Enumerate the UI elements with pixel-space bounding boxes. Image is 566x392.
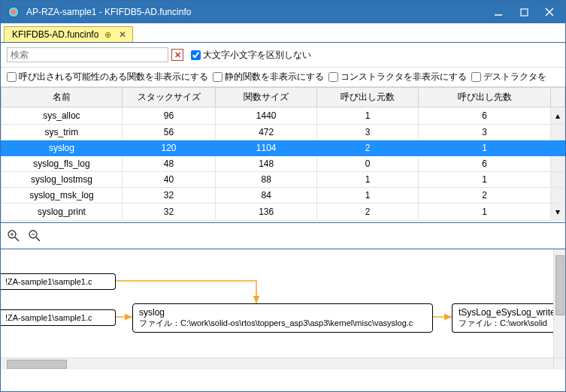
hide-destructors-checkbox[interactable]: デストラクタを xyxy=(471,71,546,83)
cell-funcsize: 1440 xyxy=(216,107,317,125)
tab-strip: KFIFDB5-AD.funcinfo ⊕ ✕ xyxy=(1,23,565,43)
table-row[interactable]: syslog_lostmsg408811 xyxy=(2,172,565,188)
cell-name: sys_trim xyxy=(2,125,123,140)
svg-point-1 xyxy=(11,10,16,14)
search-input[interactable] xyxy=(7,47,168,62)
cell-stack: 96 xyxy=(122,107,215,125)
pin-icon[interactable]: ⊕ xyxy=(104,30,111,40)
cell-callees: 3 xyxy=(418,125,550,140)
col-callees[interactable]: 呼び出し先数 xyxy=(418,88,550,107)
hide-static-checkbox[interactable]: 静的関数を非表示にする xyxy=(213,71,324,83)
app-icon xyxy=(7,5,20,19)
cell-callers: 3 xyxy=(317,125,419,140)
table-row[interactable]: syslog120110421 xyxy=(2,140,565,156)
cell-name: syslog_print xyxy=(2,204,123,221)
titlebar: AP-RZA-sample1 - KFIFDB5-AD.funcinfo xyxy=(1,1,565,23)
call-graph[interactable]: !ZA-sample1\sample1.c !ZA-sample1\sample… xyxy=(1,249,565,369)
col-callers[interactable]: 呼び出し元数 xyxy=(317,88,419,107)
table-row[interactable]: syslog_fls_log4814806 xyxy=(2,156,565,172)
cell-callees: 6 xyxy=(418,156,550,172)
tab-close-icon[interactable]: ✕ xyxy=(117,29,128,40)
hide-possible-callees-checkbox[interactable]: 呼び出される可能性のある関数を非表示にする xyxy=(7,71,208,83)
hide-constructors-checkbox[interactable]: コンストラクタを非表示にする xyxy=(328,71,467,83)
cell-name: syslog_msk_log xyxy=(2,188,123,204)
scroll-track-cell xyxy=(551,125,565,140)
scroll-corner xyxy=(553,357,565,369)
tab-funcinfo[interactable]: KFIFDB5-AD.funcinfo ⊕ ✕ xyxy=(4,26,133,42)
cell-callers: 1 xyxy=(317,172,419,188)
table-row[interactable]: syslog_print3213621▾ xyxy=(2,204,565,221)
cell-callees: 1 xyxy=(418,204,550,221)
scroll-track-cell xyxy=(551,156,565,172)
scroll-track-cell xyxy=(551,140,565,156)
table-row[interactable]: sys_trim5647233 xyxy=(2,125,565,140)
case-insensitive-box[interactable] xyxy=(191,50,201,60)
col-name[interactable]: 名前 xyxy=(2,88,123,107)
filter-options-row: 呼び出される可能性のある関数を非表示にする 静的関数を非表示にする コンストラク… xyxy=(1,68,565,87)
caller-node-a[interactable]: !ZA-sample1\sample1.c xyxy=(1,273,116,290)
scroll-track-cell xyxy=(551,172,565,188)
maximize-button[interactable] xyxy=(511,1,537,23)
cell-stack: 120 xyxy=(122,140,215,156)
center-node-syslog[interactable]: syslog ファイル：C:\work\solid-os\rtos\topper… xyxy=(132,303,433,333)
cell-stack: 56 xyxy=(122,125,215,140)
cell-stack: 48 xyxy=(122,156,215,172)
zoom-in-icon[interactable] xyxy=(7,229,20,243)
cell-name: sys_alloc xyxy=(2,107,123,125)
svg-line-7 xyxy=(15,237,19,241)
cell-name: syslog_lostmsg xyxy=(2,172,123,188)
callee-node[interactable]: tSysLog_eSysLog_write ファイル：C:\work\solid xyxy=(452,303,557,333)
col-funcsize[interactable]: 関数サイズ xyxy=(216,88,317,107)
cell-stack: 32 xyxy=(122,204,215,221)
graph-vscrollbar[interactable] xyxy=(553,249,565,357)
zoom-out-icon[interactable] xyxy=(28,229,41,243)
function-table[interactable]: 名前 スタックサイズ 関数サイズ 呼び出し元数 呼び出し先数 sys_alloc… xyxy=(1,87,565,221)
window-title: AP-RZA-sample1 - KFIFDB5-AD.funcinfo xyxy=(26,7,486,17)
col-stack[interactable]: スタックサイズ xyxy=(122,88,215,107)
minimize-button[interactable] xyxy=(486,1,511,23)
cell-funcsize: 148 xyxy=(216,156,317,172)
cell-funcsize: 136 xyxy=(216,204,317,221)
cell-funcsize: 88 xyxy=(216,172,317,188)
cell-callees: 6 xyxy=(418,107,550,125)
cell-callers: 1 xyxy=(317,188,419,204)
cell-name: syslog_fls_log xyxy=(2,156,123,172)
cell-callees: 1 xyxy=(418,140,550,156)
cell-callers: 2 xyxy=(317,140,419,156)
caller-node-b[interactable]: !ZA-sample1\sample1.c xyxy=(1,309,116,326)
case-insensitive-checkbox[interactable]: 大文字小文字を区別しない xyxy=(191,49,311,62)
cell-stack: 32 xyxy=(122,188,215,204)
close-button[interactable] xyxy=(537,1,562,23)
function-table-wrap: 名前 スタックサイズ 関数サイズ 呼び出し元数 呼び出し先数 sys_alloc… xyxy=(1,87,565,221)
graph-hscrollbar[interactable] xyxy=(1,357,565,369)
cell-callers: 0 xyxy=(317,156,419,172)
tab-label: KFIFDB5-AD.funcinfo xyxy=(12,29,98,40)
cell-callers: 2 xyxy=(317,204,419,221)
scroll-track-cell xyxy=(551,188,565,204)
svg-rect-3 xyxy=(521,9,528,16)
clear-search-icon[interactable]: ✕ xyxy=(171,49,183,61)
cell-funcsize: 1104 xyxy=(216,140,317,156)
table-row[interactable]: syslog_msk_log328412 xyxy=(2,188,565,204)
table-row[interactable]: sys_alloc96144016▴ xyxy=(2,107,565,125)
scroll-track-cell[interactable]: ▴ xyxy=(551,107,565,125)
search-bar: ✕ 大文字小文字を区別しない xyxy=(1,43,565,68)
svg-line-11 xyxy=(36,237,40,241)
table-header-row: 名前 スタックサイズ 関数サイズ 呼び出し元数 呼び出し先数 xyxy=(2,88,565,107)
zoom-toolbar xyxy=(1,222,565,249)
cell-funcsize: 472 xyxy=(216,125,317,140)
vscroll-thumb[interactable] xyxy=(555,255,564,315)
hscroll-thumb[interactable] xyxy=(7,360,67,369)
scrollbar-header xyxy=(551,88,565,107)
cell-callers: 1 xyxy=(317,107,419,125)
cell-callees: 2 xyxy=(418,188,550,204)
cell-callees: 1 xyxy=(418,172,550,188)
case-insensitive-label: 大文字小文字を区別しない xyxy=(203,49,311,62)
cell-name: syslog xyxy=(2,140,123,156)
scroll-track-cell[interactable]: ▾ xyxy=(551,204,565,221)
cell-funcsize: 84 xyxy=(216,188,317,204)
cell-stack: 40 xyxy=(122,172,215,188)
